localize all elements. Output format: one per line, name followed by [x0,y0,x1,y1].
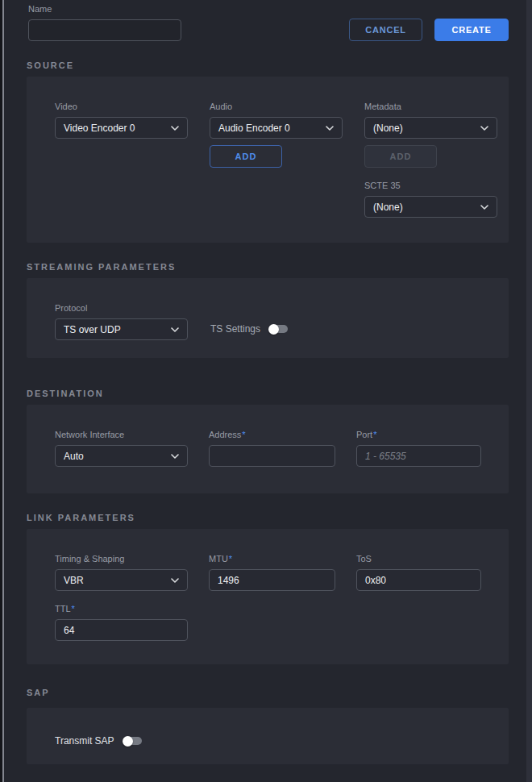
video-label: Video [55,102,188,112]
mtu-field-group: MTU* [209,554,335,591]
cancel-button[interactable]: CANCEL [349,19,422,41]
audio-select[interactable]: Audio Encoder 0 [210,117,343,139]
ts-settings-toggle[interactable] [268,323,288,335]
source-card: Video Video Encoder 0 Audio Audio Encode… [27,77,509,243]
chevron-down-icon [480,205,488,210]
required-asterisk: * [229,554,232,564]
metadata-select-value: (None) [373,123,403,134]
chevron-down-icon [326,126,334,131]
ttl-label: TTL* [55,604,188,614]
video-select-value: Video Encoder 0 [64,123,135,134]
toggle-knob [123,736,133,747]
name-label: Name [28,4,181,15]
protocol-select[interactable]: TS over UDP [55,318,188,340]
metadata-select[interactable]: (None) [364,117,497,139]
network-interface-field-group: Network Interface Auto [55,430,188,467]
audio-field-group: Audio Audio Encoder 0 ADD [210,102,343,218]
port-field-group: Port* [356,430,481,467]
transmit-sap-toggle[interactable] [123,735,142,747]
address-field-group: Address* [209,430,335,467]
create-button[interactable]: CREATE [434,19,509,41]
tos-input[interactable] [356,569,481,591]
form-header: Name CANCEL CREATE [0,4,532,41]
chevron-down-icon [480,126,488,131]
create-output-form: Name CANCEL CREATE SOURCE Video Video En… [0,0,532,764]
transmit-sap-label: Transmit SAP [55,735,114,747]
ts-settings-row: TS Settings [210,323,288,335]
metadata-label: Metadata [364,102,497,112]
metadata-field-group: Metadata (None) ADD SCTE 35 (None) [364,102,497,218]
chevron-down-icon [171,454,179,459]
timing-shaping-label: Timing & Shaping [55,554,188,564]
ttl-field-group: TTL* [55,604,188,641]
required-asterisk: * [242,430,245,439]
timing-shaping-select-value: VBR [64,575,84,586]
tos-label: ToS [356,554,481,564]
address-input[interactable] [209,445,335,467]
network-interface-select[interactable]: Auto [55,445,188,467]
streaming-card: Protocol TS over UDP TS Settings [27,278,509,358]
required-asterisk: * [72,604,75,614]
tos-field-group: ToS [356,554,481,591]
transmit-sap-row: Transmit SAP [55,735,497,747]
streaming-section-title: STREAMING PARAMETERS [27,262,509,272]
toggle-knob [268,324,279,335]
link-card: Timing & Shaping VBR MTU* ToS TTL* [27,529,509,664]
address-label: Address* [209,430,335,440]
required-asterisk: * [373,430,376,439]
mtu-label: MTU* [209,554,335,564]
link-section-title: LINK PARAMETERS [27,513,509,523]
chevron-down-icon [171,126,179,131]
video-select[interactable]: Video Encoder 0 [55,117,188,139]
form-actions: CANCEL CREATE [349,19,509,41]
source-section-title: SOURCE [27,60,509,71]
scte35-label: SCTE 35 [364,181,497,191]
protocol-select-value: TS over UDP [64,324,121,335]
timing-shaping-select[interactable]: VBR [55,569,188,591]
scte35-select-value: (None) [373,202,403,213]
port-input[interactable] [356,445,481,467]
protocol-label: Protocol [55,303,188,314]
add-metadata-button[interactable]: ADD [364,145,437,168]
add-audio-button[interactable]: ADD [210,145,282,168]
mtu-input[interactable] [209,569,335,591]
sap-section-title: SAP [27,688,509,698]
name-input[interactable] [28,19,181,41]
destination-card: Network Interface Auto Address* Port* [27,405,509,493]
audio-select-value: Audio Encoder 0 [218,123,290,134]
chevron-down-icon [171,578,179,583]
name-field-group: Name [28,4,181,41]
ts-settings-label: TS Settings [210,323,260,335]
ttl-input[interactable] [55,619,188,641]
timing-field-group: Timing & Shaping VBR [55,554,188,591]
network-interface-label: Network Interface [55,430,188,440]
sap-card: Transmit SAP [27,708,509,764]
protocol-field-group: Protocol TS over UDP [55,303,188,340]
scte35-select[interactable]: (None) [364,196,497,218]
chevron-down-icon [171,327,179,332]
video-field-group: Video Video Encoder 0 [55,102,188,218]
destination-section-title: DESTINATION [27,389,509,399]
audio-label: Audio [210,102,343,112]
network-interface-select-value: Auto [64,451,84,462]
port-label: Port* [356,430,481,440]
